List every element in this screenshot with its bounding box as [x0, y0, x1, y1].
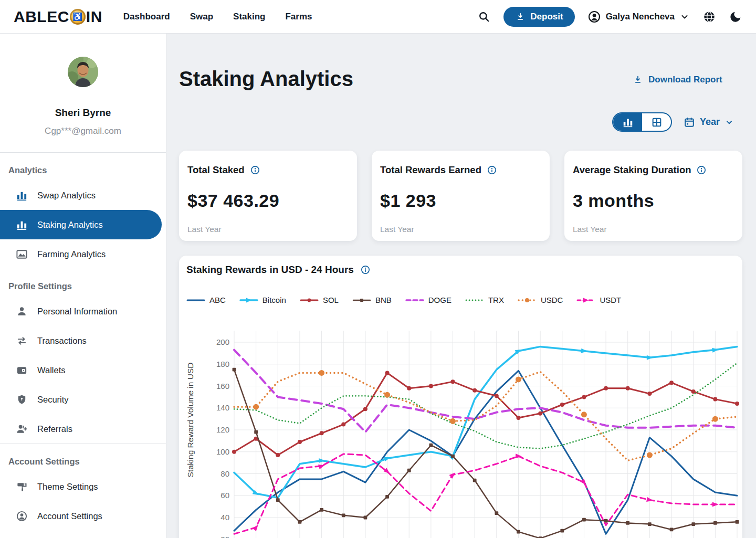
series-line-usdt — [234, 454, 737, 534]
sidebar-item-wallets[interactable]: Wallets — [0, 355, 162, 385]
coin-logo-icon: ♿ — [70, 9, 86, 25]
legend-item-sol[interactable]: SOL — [300, 296, 339, 304]
sidebar-heading-analytics: Analytics — [0, 153, 166, 181]
info-icon[interactable] — [360, 265, 371, 275]
table-grid-icon — [651, 117, 663, 128]
stat-card-average-staking-duration: Average Staking Duration3 monthsLast Yea… — [564, 151, 742, 241]
download-report-link[interactable]: Download Report — [633, 75, 722, 85]
globe-language-icon[interactable] — [702, 10, 716, 24]
deposit-download-icon — [515, 12, 526, 22]
avatar — [68, 57, 98, 87]
series-line-abc — [234, 371, 737, 534]
top-navbar: ABLEC ♿ IN DashboardSwapStakingFarms Dep… — [0, 0, 756, 34]
ablecoin-logo[interactable]: ABLEC ♿ IN — [14, 8, 102, 26]
logo-text-suffix: IN — [86, 8, 102, 26]
legend-item-usdc[interactable]: USDC — [518, 296, 563, 304]
nav-link-dashboard[interactable]: Dashboard — [123, 12, 170, 22]
sidebar-item-label: Account Settings — [37, 511, 102, 521]
stat-card-value: 3 months — [573, 191, 734, 211]
chart-title-row: Staking Rewards in USD - 24 Hours — [186, 264, 371, 276]
legend-label: USDC — [541, 296, 563, 304]
nav-link-swap[interactable]: Swap — [190, 12, 213, 22]
legend-label: BNB — [375, 296, 392, 304]
legend-swatch — [518, 297, 537, 304]
legend-swatch — [352, 297, 371, 304]
series-line-bitcoin — [234, 346, 737, 498]
toggle-table-view-button[interactable] — [642, 113, 671, 131]
legend-label: TRX — [488, 296, 504, 304]
stat-card-value: $1 293 — [380, 191, 541, 211]
sidebar-item-farming-analytics[interactable]: Farming Analytics — [0, 239, 162, 269]
stat-card-label: Average Staking Duration — [573, 164, 691, 176]
legend-label: Bitcoin — [262, 296, 286, 304]
legend-swatch — [239, 297, 258, 304]
legend-swatch — [186, 297, 205, 304]
sidebar-item-security[interactable]: Security — [0, 385, 162, 414]
image-mountain-icon — [16, 248, 28, 260]
deposit-label: Deposit — [530, 12, 563, 22]
nav-link-farms[interactable]: Farms — [285, 12, 312, 22]
profile-name: Sheri Byrne — [0, 107, 166, 119]
legend-item-doge[interactable]: DOGE — [405, 296, 452, 304]
legend-item-bitcoin[interactable]: Bitcoin — [239, 296, 286, 304]
sidebar-item-swap-analytics[interactable]: Swap Analytics — [0, 181, 162, 210]
legend-swatch — [465, 297, 484, 304]
chevron-down-icon — [724, 118, 734, 127]
chart-legend: ABCBitcoinSOLBNBDOGETRXUSDCUSDT — [186, 296, 621, 304]
legend-label: DOGE — [428, 296, 452, 304]
person-plus-icon — [16, 423, 28, 435]
legend-item-abc[interactable]: ABC — [186, 296, 226, 304]
sidebar-item-account-settings[interactable]: Account Settings — [0, 501, 162, 531]
legend-item-usdt[interactable]: USDT — [576, 296, 621, 304]
stat-card-caption: Last Year — [380, 225, 541, 234]
stat-card-header: Total Staked — [187, 164, 349, 176]
svg-text:80: 80 — [220, 469, 229, 478]
sidebar-profile: Sheri Byrne Cgp***@gmail.com — [0, 34, 166, 152]
stat-card-total-staked: Total Staked$37 463.29Last Year — [179, 151, 357, 241]
chevron-down-icon — [679, 12, 690, 22]
info-icon[interactable] — [250, 165, 260, 175]
user-menu[interactable]: Galya Nencheva — [587, 10, 690, 24]
staking-rewards-chart-card: Staking Rewards in USD - 24 Hours ABCBit… — [179, 256, 742, 538]
legend-swatch — [576, 297, 595, 304]
period-dropdown[interactable]: Year — [684, 117, 734, 128]
sidebar-item-label: Swap Analytics — [37, 191, 96, 201]
paint-roller-icon — [16, 481, 28, 493]
sidebar-item-label: Theme Settings — [37, 482, 98, 492]
bar-chart-icon — [622, 117, 634, 128]
svg-text:140: 140 — [216, 403, 229, 412]
svg-text:100: 100 — [216, 447, 229, 456]
info-icon[interactable] — [696, 165, 707, 175]
toggle-chart-view-button[interactable] — [613, 113, 642, 131]
legend-swatch — [300, 297, 319, 304]
sidebar-item-personal-information[interactable]: Personal Information — [0, 297, 162, 326]
sidebar-item-transactions[interactable]: Transactions — [0, 326, 162, 355]
download-report-label: Download Report — [648, 75, 722, 85]
nav-link-staking[interactable]: Staking — [233, 12, 265, 22]
sidebar-item-label: Transactions — [37, 336, 87, 346]
series-line-doge — [234, 350, 737, 432]
chart-table-toggle — [612, 112, 672, 132]
sidebar-item-staking-analytics[interactable]: Staking Analytics — [0, 210, 162, 239]
svg-text:40: 40 — [220, 513, 229, 522]
staking-rewards-line-chart: 20018016014012010080604020 — [179, 315, 742, 538]
chart-bars-icon — [16, 219, 28, 231]
deposit-button[interactable]: Deposit — [503, 7, 574, 27]
page-title: Staking Analytics — [179, 67, 353, 91]
dark-mode-moon-icon[interactable] — [729, 10, 742, 24]
legend-item-trx[interactable]: TRX — [465, 296, 504, 304]
sidebar-heading-account-settings: Account Settings — [0, 444, 166, 472]
logo-text-prefix: ABLEC — [14, 8, 69, 26]
sidebar-item-referrals[interactable]: Referrals — [0, 414, 162, 444]
sidebar-menu: AnalyticsSwap AnalyticsStaking Analytics… — [0, 152, 166, 531]
sidebar-item-label: Wallets — [37, 365, 65, 375]
sidebar-item-theme-settings[interactable]: Theme Settings — [0, 472, 162, 501]
stat-card-header: Total Rewards Earned — [380, 164, 541, 176]
legend-label: ABC — [209, 296, 226, 304]
svg-text:60: 60 — [220, 491, 229, 500]
sidebar: Sheri Byrne Cgp***@gmail.com AnalyticsSw… — [0, 34, 166, 538]
search-icon[interactable] — [477, 10, 491, 24]
info-icon[interactable] — [487, 165, 497, 175]
chart-title: Staking Rewards in USD - 24 Hours — [186, 264, 354, 276]
legend-item-bnb[interactable]: BNB — [352, 296, 392, 304]
